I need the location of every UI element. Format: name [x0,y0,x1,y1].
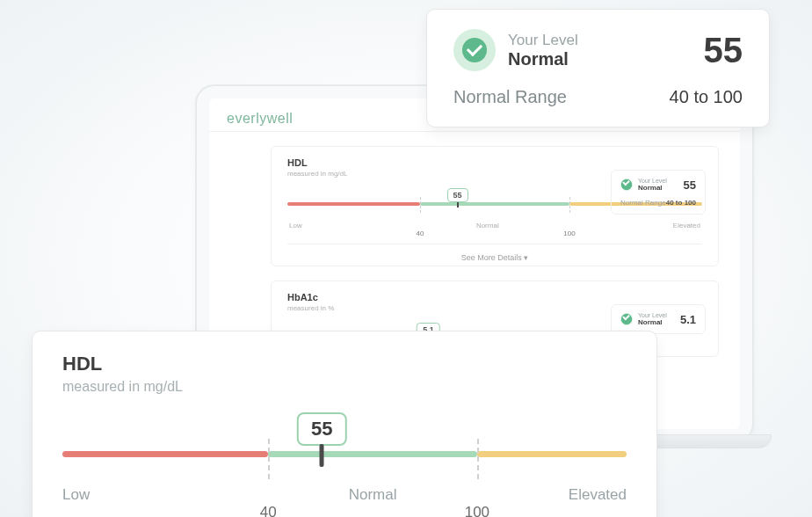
hdl-mini-range-label: Normal Range [620,199,666,207]
check-icon [620,313,633,325]
hdl-break-40 [268,439,270,479]
chevron-down-icon: ▾ [522,253,529,262]
hdl-result-card: HDL measured in mg/dL 55 Low Normal Elev… [271,146,719,266]
hdl-value-badge: 55 [297,412,346,446]
hdl-mini-marker [457,202,459,208]
hdl-mini-level-card: Your Level Normal 55 Normal Range 40 to … [611,170,706,215]
hdl-label-low: Low [62,486,268,504]
hba1c-mini-value: 5.1 [680,313,696,326]
hdl-mini-label-normal: Normal [476,222,499,229]
brand-logo[interactable]: everlywell [227,111,293,127]
your-level-value: 55 [704,31,743,70]
hdl-mini-tick-100: 100 [563,229,575,237]
hba1c-mini-status: Normal [638,318,680,326]
hdl-seg-elevated [477,451,627,457]
hdl-mini-value: 55 [684,178,696,192]
hdl-mini-range-text: 40 to 100 [666,199,696,207]
hba1c-mini-level-card: Your Level Normal 5.1 [611,304,706,334]
normal-range-value: 40 to 100 [670,87,743,107]
your-level-card: Your Level Normal 55 Normal Range 40 to … [426,9,770,127]
hdl-tick-40: 40 [260,504,277,517]
hdl-break-100 [477,439,479,479]
hdl-mini-seg-low [287,202,420,206]
hdl-value-marker [320,444,324,467]
hdl-seg-low [62,451,268,457]
hdl-detail-units: measured in mg/dL [62,379,627,395]
hdl-mini-label-low: Low [289,222,302,229]
your-level-label: Your Level [508,32,704,49]
hdl-tick-100: 100 [465,504,489,517]
hdl-range-bar: 55 [62,419,627,486]
hdl-label-elevated: Elevated [477,486,627,504]
hdl-mini-break-40 [420,197,421,213]
check-icon [620,178,633,191]
hba1c-title: HbA1c [287,292,702,302]
your-level-status: Normal [508,49,704,69]
hdl-detail-card: HDL measured in mg/dL 55 Low Normal Elev… [32,331,657,517]
see-more-details-button[interactable]: See More Details ▾ [287,244,702,262]
hdl-mini-label-elevated: Elevated [673,222,700,229]
hdl-mini-tick-40: 40 [417,229,424,237]
hdl-seg-normal [268,451,477,457]
normal-range-label: Normal Range [453,87,567,107]
hdl-mini-value-badge: 55 [447,188,468,202]
check-icon [453,29,496,71]
hdl-mini-yourlevel: Your Level [638,178,684,184]
hba1c-mini-yourlevel: Your Level [638,312,680,318]
hdl-mini-status: Normal [638,184,684,192]
hdl-mini-break-100 [569,197,570,213]
hdl-detail-title: HDL [62,353,627,375]
hdl-label-normal: Normal [268,486,477,504]
hdl-title: HDL [287,157,702,168]
hdl-mini-seg-normal [420,202,569,206]
